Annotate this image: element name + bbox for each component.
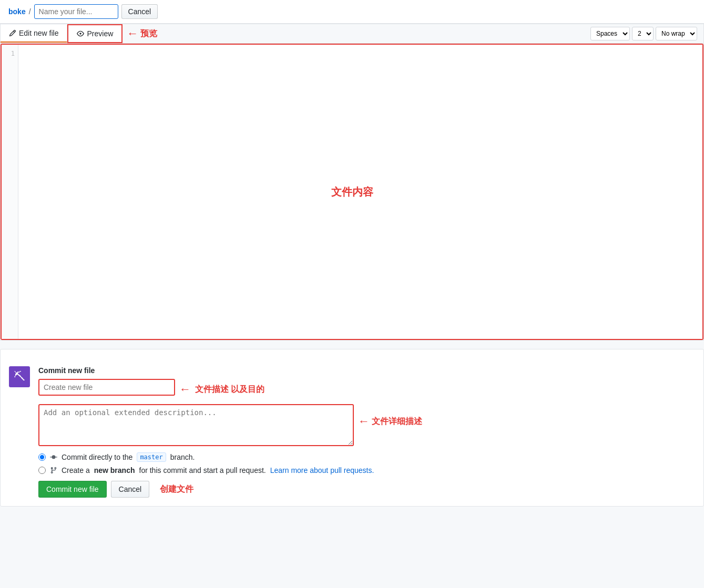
- indent-select[interactable]: 2: [632, 27, 654, 40]
- radio-branch-label: Create a: [62, 466, 90, 474]
- commit-summary-wrapper: [38, 379, 175, 396]
- commit-avatar: ⛏: [9, 366, 30, 387]
- line-numbers: 1: [2, 45, 18, 339]
- cancel-bottom-button[interactable]: Cancel: [111, 481, 150, 498]
- branch-badge: master: [137, 452, 166, 462]
- line-number-1: 1: [5, 49, 15, 59]
- spaces-select[interactable]: Spaces: [590, 27, 630, 40]
- cancel-top-button[interactable]: Cancel: [121, 4, 158, 19]
- arrow-preview: ←: [127, 27, 138, 40]
- radio-section: Commit directly to the master branch. Cr…: [38, 452, 695, 474]
- radio-direct-label: Commit directly to the: [62, 453, 132, 461]
- git-commit-icon: [50, 453, 57, 461]
- editor-toolbar: Edit new file Preview ← 预览 Spaces 2: [1, 24, 703, 44]
- edit-tab[interactable]: Edit new file: [1, 25, 67, 43]
- radio-branch-suffix: for this commit and start a pull request…: [139, 466, 266, 474]
- file-name-input[interactable]: [34, 4, 118, 19]
- learn-more-link[interactable]: Learn more about pull requests.: [270, 466, 374, 474]
- repo-link[interactable]: boke: [8, 7, 26, 16]
- annotation-create-file: 创建文件: [160, 484, 193, 495]
- radio-direct[interactable]: [38, 453, 46, 461]
- commit-summary-input[interactable]: [38, 379, 175, 396]
- commit-panel: ⛏ Commit new file ← 文件描述 以及目的: [0, 349, 704, 507]
- commit-title: Commit new file: [38, 366, 695, 375]
- action-buttons: Commit new file Cancel 创建文件: [38, 481, 695, 498]
- top-bar: boke / Cancel 文件名称 取消创建: [0, 0, 704, 24]
- commit-new-file-button[interactable]: Commit new file: [38, 481, 107, 498]
- commit-desc-textarea[interactable]: [38, 404, 354, 446]
- avatar-icon: ⛏: [14, 370, 25, 384]
- radio-branch-bold: new branch: [94, 466, 135, 474]
- radio-direct-option: Commit directly to the master branch.: [38, 452, 695, 462]
- radio-branch[interactable]: [38, 467, 46, 474]
- git-branch-icon: [50, 467, 57, 474]
- edit-icon: [9, 29, 16, 37]
- toolbar-right: Spaces 2 No wrap: [590, 27, 703, 40]
- annotation-commit-desc: 文件描述 以及目的: [195, 384, 264, 395]
- page-wrapper: boke / Cancel 文件名称 取消创建 Edit new file: [0, 0, 704, 588]
- wrap-select[interactable]: No wrap: [656, 27, 697, 40]
- arrow-desc: ←: [179, 383, 191, 396]
- editor-wrapper: 1 文件内容: [1, 44, 703, 340]
- radio-direct-suffix: branch.: [170, 453, 195, 461]
- preview-tab-label: Preview: [87, 29, 113, 38]
- arrow-extended-desc: ←: [358, 415, 370, 428]
- editor-outer-wrapper: Edit new file Preview ← 预览 Spaces 2: [0, 24, 704, 341]
- preview-tab[interactable]: Preview: [67, 24, 123, 43]
- edit-tab-label: Edit new file: [19, 29, 58, 37]
- annotation-extended-desc: 文件详细描述: [372, 416, 422, 427]
- editor-container: 1: [2, 45, 702, 339]
- breadcrumb-separator: /: [29, 7, 31, 16]
- commit-section: ⛏ Commit new file ← 文件描述 以及目的: [9, 366, 695, 498]
- annotation-preview: 预览: [140, 28, 157, 39]
- eye-icon: [77, 30, 84, 37]
- radio-branch-option: Create a new branch for this commit and …: [38, 466, 695, 474]
- commit-form: Commit new file ← 文件描述 以及目的 ←: [38, 366, 695, 498]
- editor-textarea[interactable]: [18, 45, 702, 339]
